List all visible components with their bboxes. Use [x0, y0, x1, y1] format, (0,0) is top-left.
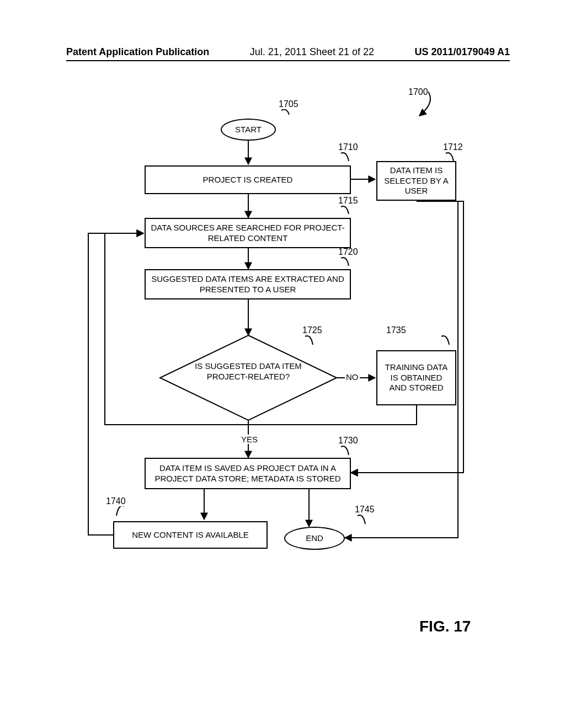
end-label: END	[306, 533, 323, 544]
project-created-node: PROJECT IS CREATED	[145, 165, 351, 194]
figure-label: FIG. 17	[419, 618, 471, 635]
data-item-selected-label: DATA ITEM IS SELECTED BY A USER	[382, 165, 451, 196]
project-created-label: PROJECT IS CREATED	[203, 175, 293, 185]
flowchart: 1700 1705 1710 1712 1715 1720 1725 1735 …	[0, 0, 565, 728]
start-node: START	[221, 119, 276, 141]
ref-training: 1735	[386, 325, 406, 335]
ref-end: 1745	[355, 505, 375, 515]
ref-project-created: 1710	[338, 142, 358, 152]
ref-start: 1705	[279, 99, 299, 109]
edge-yes: YES	[240, 435, 259, 444]
page: Patent Application Publication Jul. 21, …	[0, 0, 565, 728]
search-sources-node: DATA SOURCES ARE SEARCHED FOR PROJECT-RE…	[145, 218, 351, 248]
ref-search-sources: 1715	[338, 196, 358, 206]
ref-overall: 1700	[408, 87, 428, 97]
ref-data-item-selected: 1712	[443, 142, 463, 152]
ref-save-data: 1730	[338, 436, 358, 446]
suggest-extract-label: SUGGESTED DATA ITEMS ARE EXTRACTED AND P…	[150, 274, 345, 295]
training-node: TRAINING DATA IS OBTAINED AND STORED	[376, 350, 456, 405]
new-content-label: NEW CONTENT IS AVAILABLE	[132, 530, 249, 540]
decision-node: IS SUGGESTED DATA ITEM PROJECT-RELATED?	[193, 361, 303, 382]
edge-no: NO	[345, 372, 360, 382]
end-node: END	[284, 527, 345, 550]
decision-label: IS SUGGESTED DATA ITEM PROJECT-RELATED?	[195, 361, 302, 381]
save-data-node: DATA ITEM IS SAVED AS PROJECT DATA IN A …	[145, 458, 351, 489]
ref-new-content: 1740	[106, 496, 126, 506]
training-label: TRAINING DATA IS OBTAINED AND STORED	[382, 362, 451, 393]
suggest-extract-node: SUGGESTED DATA ITEMS ARE EXTRACTED AND P…	[145, 269, 351, 299]
search-sources-label: DATA SOURCES ARE SEARCHED FOR PROJECT-RE…	[150, 223, 345, 244]
start-label: START	[235, 125, 262, 135]
ref-suggest-extract: 1720	[338, 247, 358, 257]
data-item-selected-node: DATA ITEM IS SELECTED BY A USER	[376, 161, 456, 201]
save-data-label: DATA ITEM IS SAVED AS PROJECT DATA IN A …	[150, 463, 345, 484]
ref-decision: 1725	[302, 325, 322, 335]
new-content-node: NEW CONTENT IS AVAILABLE	[113, 521, 268, 549]
